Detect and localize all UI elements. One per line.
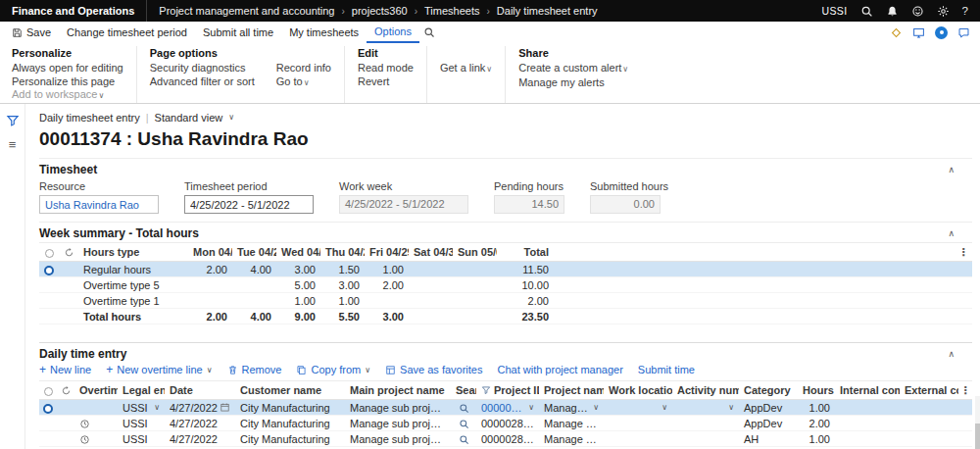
column-header-date[interactable]: Date: [165, 381, 235, 400]
menu-item-revert[interactable]: Revert: [358, 75, 414, 89]
cell-work-location-id[interactable]: ∨: [604, 400, 672, 416]
breadcrumb-item[interactable]: Project management and accounting: [159, 5, 334, 17]
cell-day-hours[interactable]: 3.00: [276, 262, 320, 277]
column-header-sun[interactable]: Sun 05/01: [453, 243, 497, 262]
feedback-smiley-icon[interactable]: [911, 5, 924, 18]
cell-internal-comment[interactable]: [835, 416, 900, 431]
cell-project-name[interactable]: Manage sub p...: [539, 431, 604, 447]
cell-project-id[interactable]: 00000288.05: [476, 431, 539, 447]
menu-item-create-a-custom-alert[interactable]: Create a custom alert∨: [518, 62, 628, 76]
column-header-internal-comment[interactable]: Internal comment: [835, 381, 900, 400]
chevron-up-icon[interactable]: ∧: [948, 228, 955, 238]
cell-date[interactable]: 4/27/2022: [165, 416, 235, 431]
cell-day-hours[interactable]: 2.00: [365, 277, 409, 293]
new-overtime-line-button[interactable]: +New overtime line∨: [106, 364, 212, 375]
column-header-main-project-name[interactable]: Main project name: [345, 381, 451, 400]
column-header-tue[interactable]: Tue 04/26: [232, 243, 276, 262]
attach-device-icon[interactable]: [912, 26, 925, 39]
cell-internal-comment[interactable]: [835, 400, 900, 416]
chevron-down-icon[interactable]: ∨: [154, 403, 160, 412]
column-header-work-location-id[interactable]: Work location ID: [604, 381, 672, 400]
cell-hours-type[interactable]: Overtime type 1: [78, 293, 188, 309]
menu-item-read-mode[interactable]: Read mode: [358, 62, 414, 75]
cell-day-hours[interactable]: [232, 293, 276, 309]
message-count-badge[interactable]: [935, 26, 948, 39]
submit-all-time-button[interactable]: Submit all time: [195, 22, 281, 43]
cell-day-hours[interactable]: [409, 262, 453, 277]
notifications-bell-icon[interactable]: [886, 5, 899, 18]
cell-day-hours[interactable]: 4.00: [232, 262, 276, 277]
cell-hours[interactable]: 2.00: [798, 416, 835, 431]
resource-input[interactable]: [39, 195, 159, 214]
menu-item-go-to[interactable]: Go to∨: [276, 75, 331, 90]
cell-main-project-name[interactable]: Manage sub project 22: [345, 431, 451, 447]
chevron-down-icon[interactable]: ∨: [728, 403, 734, 412]
scrollbar-thumb[interactable]: [975, 424, 980, 449]
cell-work-location-id[interactable]: [604, 416, 672, 431]
chat-icon[interactable]: [957, 26, 970, 39]
column-header-search[interactable]: Search: [451, 381, 476, 400]
cell-day-hours[interactable]: 1.00: [320, 293, 365, 309]
cell-day-hours[interactable]: [409, 277, 453, 293]
week-row[interactable]: Regular hours 2.00 4.00 3.00 1.50 1.00 1…: [39, 262, 972, 277]
section-header[interactable]: Daily time entry ∧: [39, 343, 972, 363]
cell-hours[interactable]: 1.00: [798, 400, 835, 416]
calendar-icon[interactable]: [220, 402, 230, 413]
filter-pane-icon[interactable]: [6, 114, 20, 127]
submit-time-button[interactable]: Submit time: [638, 364, 695, 375]
search-icon[interactable]: [459, 403, 469, 414]
daily-row[interactable]: USSI∨ 4/27/2022 City Manufacturing Manag…: [39, 400, 972, 416]
settings-gear-icon[interactable]: [937, 5, 950, 18]
chat-with-project-manager-button[interactable]: Chat with project manager: [497, 364, 622, 375]
cell-day-hours[interactable]: 5.00: [276, 277, 320, 293]
cell-activity-number[interactable]: [672, 416, 739, 431]
cell-day-hours[interactable]: 3.00: [320, 277, 365, 293]
breadcrumb-item[interactable]: Daily timesheet entry: [497, 5, 598, 17]
column-header-category[interactable]: Category: [739, 381, 798, 400]
cell-day-hours[interactable]: [232, 277, 276, 293]
menu-item-get-a-link[interactable]: Get a link∨: [440, 62, 492, 76]
column-header-total[interactable]: Total: [497, 243, 554, 262]
search-icon[interactable]: [860, 5, 873, 18]
chevron-down-icon[interactable]: ∨: [662, 403, 667, 412]
cell-external-comment[interactable]: [900, 400, 958, 416]
save-as-favorites-button[interactable]: Save as favorites: [385, 364, 482, 375]
cell-legal-entity[interactable]: USSI: [118, 416, 165, 431]
daily-row[interactable]: USSI 4/27/2022 City Manufacturing Manage…: [39, 431, 972, 447]
column-header-sat[interactable]: Sat 04/30: [409, 243, 453, 262]
chevron-down-icon[interactable]: ∨: [228, 113, 234, 122]
cell-activity-number[interactable]: [672, 431, 739, 447]
column-header-project-name[interactable]: Project name: [539, 381, 604, 400]
save-button[interactable]: Save: [4, 22, 59, 43]
menu-item-always-open-for-editing[interactable]: Always open for editing: [12, 62, 123, 75]
column-header-legal-entity[interactable]: Legal entity: [118, 381, 165, 400]
grid-options-icon[interactable]: ⋮: [955, 243, 972, 262]
cell-day-hours[interactable]: 1.50: [320, 262, 365, 277]
app-title[interactable]: Finance and Operations: [0, 0, 147, 22]
cell-day-hours[interactable]: [409, 293, 453, 309]
select-all-radio[interactable]: [44, 387, 53, 396]
cell-hours-type[interactable]: Regular hours: [78, 262, 188, 277]
chevron-down-icon[interactable]: ∨: [593, 403, 599, 412]
chevron-down-icon[interactable]: ∨: [528, 403, 534, 412]
menu-item-record-info[interactable]: Record info: [276, 62, 331, 75]
column-header-fri[interactable]: Fri 04/29: [365, 243, 409, 262]
cell-legal-entity[interactable]: USSI: [118, 431, 165, 447]
change-timesheet-period-button[interactable]: Change timesheet period: [59, 22, 195, 43]
column-header-hours-type[interactable]: Hours type: [78, 243, 188, 262]
week-row[interactable]: Overtime type 5 5.00 3.00 2.00 10.00: [39, 277, 972, 293]
related-info-pane-icon[interactable]: ≡: [9, 139, 17, 150]
cell-category[interactable]: AH: [739, 431, 798, 447]
new-line-button[interactable]: +New line: [39, 364, 91, 375]
cell-project-id[interactable]: 00000288.05: [476, 416, 539, 431]
cell-day-hours[interactable]: [188, 293, 232, 309]
column-header-project-id[interactable]: Project ID: [476, 381, 539, 400]
menu-item-add-to-workspace[interactable]: Add to workspace∨: [12, 88, 123, 103]
cell-hours[interactable]: 1.00: [798, 431, 835, 447]
column-header-thu[interactable]: Thu 04/28: [320, 243, 365, 262]
cell-customer-name[interactable]: City Manufacturing: [235, 416, 345, 431]
cell-customer-name[interactable]: City Manufacturing: [235, 400, 345, 416]
select-all-radio[interactable]: [45, 249, 54, 258]
section-header[interactable]: Week summary - Total hours ∧: [39, 223, 972, 242]
cell-main-project-name[interactable]: Manage sub project 22: [345, 416, 451, 431]
